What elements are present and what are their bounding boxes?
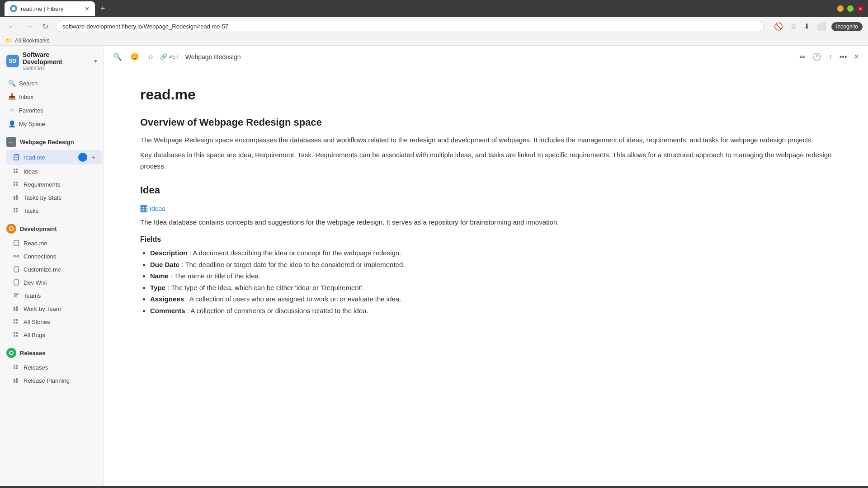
sidebar-item-connections[interactable]: Connections (6, 250, 102, 263)
svg-rect-8 (16, 171, 18, 173)
content-toolbar: 🔍 😊 ☆ 🔗 #57 Webpage Redesign ⇔ 🕐 ↑ ••• × (104, 46, 868, 68)
tasks-icon (13, 207, 20, 214)
sidebar-inbox[interactable]: 📥 Inbox (2, 90, 102, 103)
tasks-by-state-label: Tasks by State (24, 194, 62, 201)
sidebar-item-all-stories[interactable]: All Stories (6, 315, 102, 328)
browser-titlebar: read.me | Fibery ✕ + ✕ (0, 0, 868, 17)
requirements-label: Requirements (24, 181, 60, 188)
field-description: Description : A document describing the … (150, 247, 832, 259)
favorites-icon: ☆ (8, 107, 15, 114)
sidebar-item-teams[interactable]: Teams (6, 289, 102, 302)
window-controls: ✕ (837, 5, 863, 12)
svg-point-0 (12, 7, 15, 10)
nav-icons: 🚫 ☆ ⬇ ⬜ Incognito (772, 20, 863, 33)
section-webpage-redesign[interactable]: ←→ Webpage Redesign (0, 134, 104, 150)
camera-off-icon: 🚫 (772, 20, 785, 33)
idea-db-label: Ideas (150, 205, 165, 212)
ref-number: #57 (169, 53, 179, 60)
incognito-button[interactable]: Incognito (831, 22, 863, 31)
sidebar-item-dev-readme[interactable]: Read.me (6, 237, 102, 249)
section-releases[interactable]: Releases (0, 345, 104, 361)
requirements-icon (13, 181, 20, 188)
tab-close-btn[interactable]: ✕ (85, 5, 90, 12)
sidebar-item-requirements[interactable]: Requirements (6, 178, 102, 191)
org-info: Software Development 6ad8d3d1 (23, 51, 90, 71)
minimize-button[interactable] (837, 5, 844, 12)
devices-icon[interactable]: ⬜ (815, 20, 828, 33)
release-planning-icon (13, 377, 20, 384)
share-btn[interactable]: ↑ (827, 51, 834, 63)
sidebar-myspace[interactable]: 👤 My Space (2, 117, 102, 130)
tab-favicon (10, 5, 17, 12)
svg-rect-10 (16, 182, 18, 183)
release-planning-label: Release Planning (24, 377, 70, 384)
idea-db-link[interactable]: Ideas (140, 205, 165, 212)
work-by-team-label: Work by Team (24, 305, 61, 312)
close-window-button[interactable]: ✕ (857, 5, 863, 12)
browser-tab[interactable]: read.me | Fibery ✕ (5, 1, 95, 16)
org-header[interactable]: SD Software Development 6ad8d3d1 ▾ (0, 46, 104, 76)
star-icon[interactable]: ☆ (788, 20, 798, 33)
releases-item-label: Releases (24, 364, 48, 371)
sidebar-item-work-by-team[interactable]: Work by Team (6, 302, 102, 315)
releases-label: Releases (20, 350, 45, 357)
link-icon: 🔗 (160, 53, 167, 60)
sidebar-item-release-planning[interactable]: Release Planning (6, 374, 102, 387)
svg-rect-36 (14, 335, 15, 337)
section-development[interactable]: Development (0, 221, 104, 236)
search-toolbar-btn[interactable]: 🔍 (111, 51, 124, 63)
all-bugs-label: All Bugs (24, 332, 45, 338)
section1-heading: Overview of Webpage Redesign space (140, 117, 832, 128)
more-options-btn[interactable]: ••• (838, 51, 849, 63)
maximize-button[interactable] (847, 5, 854, 12)
sidebar-item-devwiki[interactable]: Dev Wiki (6, 276, 102, 289)
star-toolbar-btn[interactable]: ☆ (146, 51, 156, 63)
bookmarks-icon: 📁 (5, 38, 12, 44)
favorites-label: Favorites (19, 107, 43, 114)
sidebar-item-tasks-by-state[interactable]: Tasks by State (6, 191, 102, 204)
svg-rect-5 (14, 169, 15, 170)
org-logo: SD (6, 55, 19, 67)
address-text: software-development.fibery.io/Webpage_R… (62, 23, 228, 30)
sidebar-search[interactable]: 🔍 Search (2, 77, 102, 89)
reload-button[interactable]: ↻ (40, 20, 51, 33)
sidebar-item-ideas[interactable]: Ideas (6, 165, 102, 178)
svg-rect-7 (14, 171, 15, 173)
add-item-button[interactable]: + (92, 154, 95, 161)
sidebar-item-readme[interactable]: read.me + (6, 150, 102, 164)
dev-readme-label: Read.me (24, 240, 47, 247)
svg-rect-17 (14, 211, 15, 212)
sidebar-item-customize[interactable]: Customize.me (6, 263, 102, 276)
new-tab-button[interactable]: + (99, 2, 107, 15)
svg-rect-24 (14, 267, 19, 272)
svg-point-27 (17, 294, 19, 295)
sidebar-favorites[interactable]: ☆ Favorites (2, 104, 102, 117)
devwiki-icon (13, 279, 20, 286)
webpage-redesign-icon: ←→ (6, 137, 16, 147)
content-panel: 🔍 😊 ☆ 🔗 #57 Webpage Redesign ⇔ 🕐 ↑ ••• ×… (104, 46, 868, 486)
readme-label: read.me (24, 154, 45, 161)
sidebar-item-releases[interactable]: Releases (6, 361, 102, 374)
connections-label: Connections (24, 253, 56, 260)
sidebar-item-all-bugs[interactable]: All Bugs (6, 328, 102, 341)
doc-para1: The Webpage Redesign space encompasses t… (140, 135, 832, 146)
bookmarks-label[interactable]: All Bookmarks (15, 38, 50, 44)
svg-rect-44 (16, 378, 18, 383)
svg-rect-11 (14, 184, 15, 186)
all-stories-label: All Stories (24, 319, 50, 325)
back-button[interactable]: ← (5, 21, 18, 33)
history-btn[interactable]: 🕐 (811, 51, 823, 63)
download-icon[interactable]: ⬇ (802, 20, 811, 33)
svg-rect-32 (14, 322, 15, 324)
address-bar[interactable]: software-development.fibery.io/Webpage_R… (56, 21, 764, 32)
forward-button[interactable]: → (23, 21, 35, 33)
svg-rect-15 (14, 208, 15, 210)
split-view-btn[interactable]: ⇔ (797, 51, 807, 63)
webpage-redesign-children: read.me + Ideas Requirements (0, 150, 104, 217)
svg-rect-40 (16, 365, 18, 366)
tab-title: read.me | Fibery (21, 5, 63, 12)
close-panel-btn[interactable]: × (852, 50, 861, 63)
emoji-toolbar-btn[interactable]: 😊 (128, 51, 141, 63)
development-children: Read.me Connections Customize.me Dev Wik… (0, 236, 104, 342)
sidebar-item-tasks[interactable]: Tasks (6, 204, 102, 217)
